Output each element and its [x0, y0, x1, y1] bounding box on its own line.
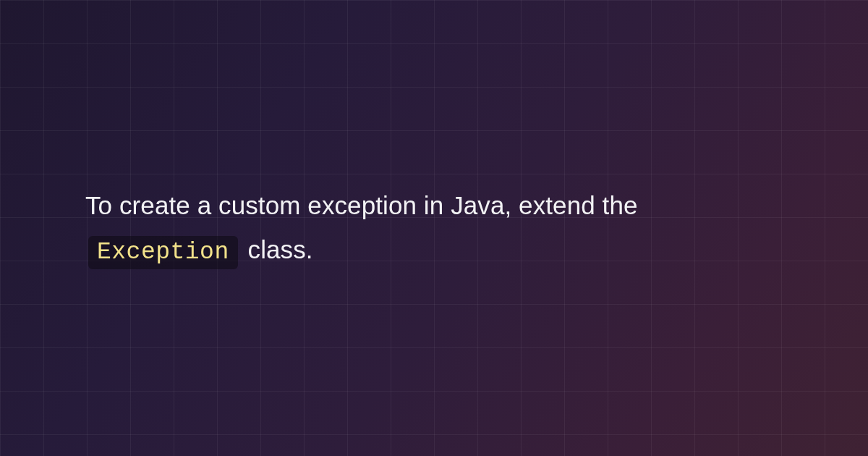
- content-container: To create a custom exception in Java, ex…: [0, 0, 868, 456]
- text-before-code: To create a custom exception in Java, ex…: [85, 191, 638, 219]
- explanation-text: To create a custom exception in Java, ex…: [85, 183, 796, 274]
- text-after-code: class.: [241, 235, 313, 263]
- code-token: Exception: [88, 236, 238, 269]
